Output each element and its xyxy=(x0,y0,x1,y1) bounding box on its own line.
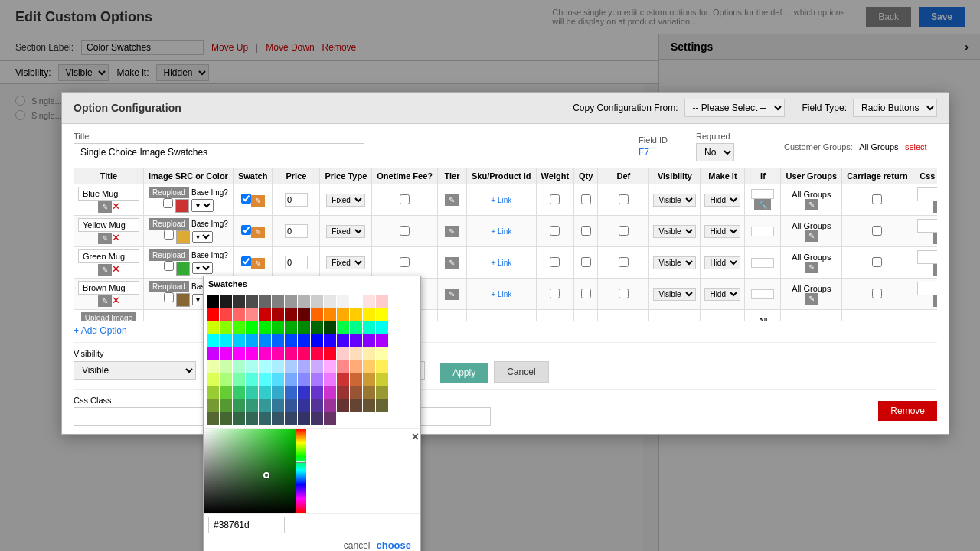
color-cell[interactable] xyxy=(207,347,219,360)
color-cell[interactable] xyxy=(298,321,310,334)
color-cell[interactable] xyxy=(272,399,284,412)
color-cell[interactable] xyxy=(207,360,219,373)
picker-close-btn[interactable]: × xyxy=(412,430,419,444)
swatch-checkbox[interactable] xyxy=(241,225,251,235)
color-cell[interactable] xyxy=(337,373,349,386)
color-cell[interactable] xyxy=(337,308,349,321)
carriage-checkbox[interactable] xyxy=(872,194,882,204)
color-cell[interactable] xyxy=(311,295,323,308)
base-img-checkbox[interactable] xyxy=(164,261,174,271)
color-cell[interactable] xyxy=(337,295,349,308)
price-type-select[interactable]: Fixed xyxy=(326,256,365,269)
if-input[interactable] xyxy=(751,189,774,199)
color-cell[interactable] xyxy=(246,412,258,425)
make-it-row-select[interactable]: Hidd xyxy=(704,256,740,269)
row-delete-icon[interactable]: ✕ xyxy=(112,263,120,275)
color-cell[interactable] xyxy=(259,412,271,425)
color-cell[interactable] xyxy=(298,373,310,386)
color-cell[interactable] xyxy=(233,373,245,386)
color-cell[interactable] xyxy=(220,321,232,334)
groups-edit-btn[interactable]: ✎ xyxy=(805,262,818,273)
color-cell[interactable] xyxy=(311,412,323,425)
color-cell[interactable] xyxy=(324,308,336,321)
color-cell[interactable] xyxy=(285,360,297,373)
color-cell[interactable] xyxy=(324,386,336,399)
color-cell[interactable] xyxy=(350,373,362,386)
reupload-btn[interactable]: Reupload xyxy=(149,281,189,292)
weight-checkbox[interactable] xyxy=(550,194,560,204)
if-input[interactable] xyxy=(751,289,774,299)
img-select[interactable]: ▾ xyxy=(192,231,213,243)
hue-slider[interactable] xyxy=(296,429,306,513)
color-cell[interactable] xyxy=(259,386,271,399)
color-cell[interactable] xyxy=(272,347,284,360)
color-cell[interactable] xyxy=(246,334,258,347)
if-input[interactable] xyxy=(751,258,774,268)
color-cell[interactable] xyxy=(285,295,297,308)
color-cell[interactable] xyxy=(311,399,323,412)
row-title-input[interactable] xyxy=(78,249,139,263)
base-img-checkbox[interactable] xyxy=(164,230,174,240)
def-checkbox[interactable] xyxy=(619,289,629,298)
row-delete-icon[interactable]: ✕ xyxy=(112,201,120,212)
tier-btn[interactable]: ✎ xyxy=(445,257,459,269)
sku-link[interactable]: + Link xyxy=(491,227,511,236)
color-cell[interactable] xyxy=(324,399,336,412)
color-cell[interactable] xyxy=(337,321,349,334)
color-cell[interactable] xyxy=(207,373,219,386)
color-cell[interactable] xyxy=(311,386,323,399)
onetime-checkbox[interactable] xyxy=(400,194,410,204)
color-cell[interactable] xyxy=(233,308,245,321)
color-cell[interactable] xyxy=(207,295,219,308)
color-cell[interactable] xyxy=(220,308,232,321)
apply-button[interactable]: Apply xyxy=(440,363,488,383)
color-cell[interactable] xyxy=(363,360,375,373)
color-cell[interactable] xyxy=(207,412,219,425)
color-cell[interactable] xyxy=(272,360,284,373)
weight-checkbox[interactable] xyxy=(550,226,560,236)
color-cell[interactable] xyxy=(233,360,245,373)
color-cell[interactable] xyxy=(272,373,284,386)
css-edit-btn[interactable]: ✎ xyxy=(933,264,937,276)
row-title-input[interactable] xyxy=(78,187,139,201)
color-cell[interactable] xyxy=(311,321,323,334)
color-cell[interactable] xyxy=(363,308,375,321)
color-cell[interactable] xyxy=(220,412,232,425)
carriage-checkbox[interactable] xyxy=(872,289,882,298)
css-class-input[interactable] xyxy=(917,219,937,233)
swatch-checkbox[interactable] xyxy=(241,256,251,266)
css-edit-btn[interactable]: ✎ xyxy=(933,295,937,307)
color-cell[interactable] xyxy=(285,412,297,425)
color-cell[interactable] xyxy=(337,386,349,399)
color-cell[interactable] xyxy=(311,347,323,360)
price-input[interactable] xyxy=(285,224,308,238)
def-checkbox[interactable] xyxy=(619,257,629,267)
price-input[interactable] xyxy=(285,193,308,207)
visibility-select-row[interactable]: Visible xyxy=(653,225,696,238)
color-cell[interactable] xyxy=(337,334,349,347)
color-cell[interactable] xyxy=(298,295,310,308)
color-cell[interactable] xyxy=(220,373,232,386)
color-cell[interactable] xyxy=(246,373,258,386)
color-cell[interactable] xyxy=(363,347,375,360)
color-cell[interactable] xyxy=(350,295,362,308)
color-cell[interactable] xyxy=(363,334,375,347)
color-cell[interactable] xyxy=(259,295,271,308)
color-cell[interactable] xyxy=(207,308,219,321)
color-cell[interactable] xyxy=(285,334,297,347)
gradient-canvas[interactable] xyxy=(204,429,296,513)
color-cell[interactable] xyxy=(298,360,310,373)
row-delete-icon[interactable]: ✕ xyxy=(112,295,120,306)
customer-groups-select-link[interactable]: select xyxy=(905,142,927,152)
color-cell[interactable] xyxy=(298,412,310,425)
sub-visibility-select[interactable]: Visible xyxy=(74,361,196,380)
carriage-checkbox[interactable] xyxy=(872,226,882,236)
sku-link[interactable]: + Link xyxy=(491,290,511,298)
color-cell[interactable] xyxy=(285,347,297,360)
color-cell[interactable] xyxy=(207,321,219,334)
css-class-input[interactable] xyxy=(917,187,937,201)
make-it-row-select[interactable]: Hidd xyxy=(704,288,740,301)
color-cell[interactable] xyxy=(220,334,232,347)
row-edit-btn[interactable]: ✎ xyxy=(98,233,112,244)
color-cell[interactable] xyxy=(220,386,232,399)
